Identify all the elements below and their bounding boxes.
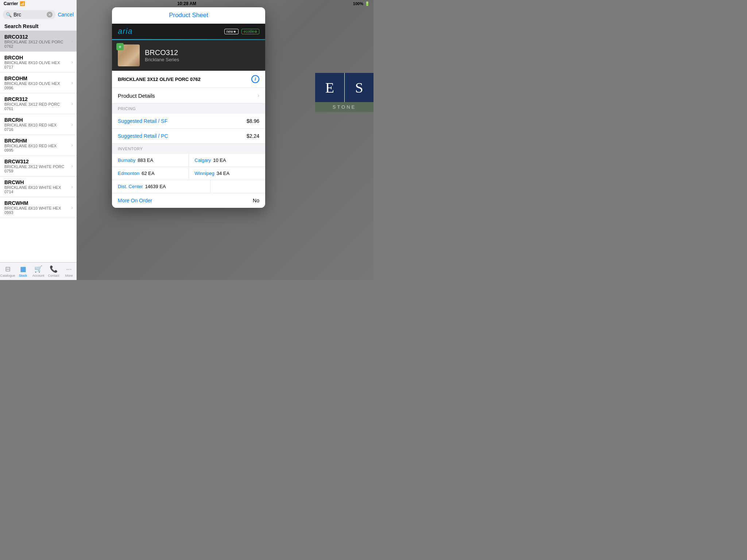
product-details-label: Product Details: [118, 93, 155, 99]
status-battery: 100% 🔋: [353, 1, 370, 6]
pricing-retail-pc-row: Suggested Retail / PC $2.24: [112, 129, 265, 144]
product-thumbnail-wrap: +: [118, 44, 140, 66]
product-name-row: BRICKLANE 3X12 OLIVE PORC 0762 i: [112, 71, 265, 88]
inventory-row-3: Dist. Center 14639 EA: [112, 180, 265, 193]
brand-bar: aria new★ ecotile⊕: [112, 24, 265, 39]
brand-badges: new★ ecotile⊕: [224, 29, 259, 34]
pricing-retail-sf-value: $8.96: [247, 118, 259, 124]
product-hero: + BRCO312 Bricklane Series: [112, 40, 265, 71]
status-time: 10:28 AM: [177, 1, 196, 6]
product-sheet-modal: Product Sheet aria new★ ecotile⊕ + BRCO3…: [112, 7, 265, 208]
product-hero-info: BRCO312 Bricklane Series: [145, 48, 179, 62]
inventory-winnipeg: Winnipeg 34 EA: [189, 167, 266, 180]
time-text: 10:28 AM: [177, 1, 196, 6]
modal-title: Product Sheet: [169, 12, 208, 19]
inventory-row-1: Burnaby 883 EA Calgary 10 EA: [112, 154, 265, 167]
product-details-chevron-icon: ›: [258, 92, 259, 99]
pricing-retail-sf-label: Suggested Retail / SF: [118, 118, 167, 124]
badge-new: new★: [224, 29, 239, 34]
product-hero-series: Bricklane Series: [145, 57, 179, 62]
more-on-order-value: No: [253, 198, 259, 203]
product-name-text: BRICKLANE 3X12 OLIVE PORC 0762: [118, 77, 201, 82]
inventory-table: Burnaby 883 EA Calgary 10 EA Edmonton 62…: [112, 154, 265, 193]
status-bar: Carrier 📶 10:28 AM 100% 🔋: [0, 0, 374, 7]
brand-name-text: aria: [118, 27, 133, 36]
wifi-icon: 📶: [20, 1, 25, 6]
inventory-section-header: INVENTORY: [112, 144, 265, 154]
more-on-order-row: More On Order No: [112, 193, 265, 208]
battery-text: 100%: [353, 1, 363, 6]
more-on-order-label: More On Order: [118, 198, 152, 203]
inventory-edmonton: Edmonton 62 EA: [112, 167, 189, 180]
product-details-row[interactable]: Product Details ›: [112, 88, 265, 104]
inventory-empty: [210, 180, 265, 193]
add-product-button[interactable]: +: [116, 43, 124, 50]
inventory-dist-center: Dist. Center 14639 EA: [112, 180, 210, 193]
brand-logo: aria: [118, 27, 133, 36]
status-carrier: Carrier 📶: [4, 1, 25, 6]
carrier-text: Carrier: [4, 1, 18, 6]
pricing-retail-sf-row: Suggested Retail / SF $8.96: [112, 114, 265, 129]
product-hero-id: BRCO312: [145, 48, 179, 57]
info-icon-button[interactable]: i: [251, 75, 259, 83]
battery-icon: 🔋: [365, 1, 370, 6]
modal-overlay: Product Sheet aria new★ ecotile⊕ + BRCO3…: [0, 0, 374, 280]
inventory-burnaby: Burnaby 883 EA: [112, 154, 189, 167]
inventory-calgary: Calgary 10 EA: [189, 154, 266, 167]
pricing-retail-pc-label: Suggested Retail / PC: [118, 133, 168, 139]
inventory-row-2: Edmonton 62 EA Winnipeg 34 EA: [112, 167, 265, 180]
badge-eco: ecotile⊕: [241, 29, 259, 34]
pricing-section-header: PRICING: [112, 104, 265, 114]
modal-header: Product Sheet: [112, 7, 265, 24]
pricing-retail-pc-value: $2.24: [247, 133, 259, 139]
